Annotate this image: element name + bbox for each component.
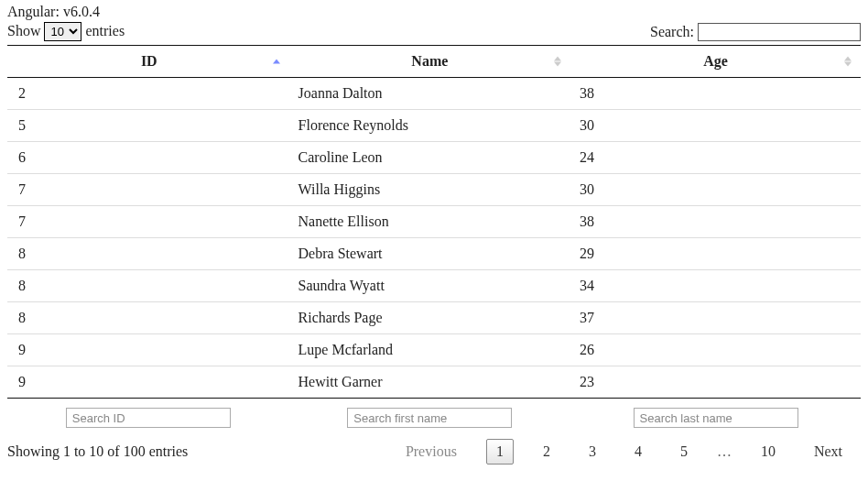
cell-name: Willa Higgins <box>289 174 571 206</box>
cell-name: Debra Stewart <box>289 238 571 270</box>
search-input[interactable] <box>698 23 861 41</box>
cell-age: 37 <box>570 302 861 334</box>
cell-id: 2 <box>7 78 289 110</box>
page-3[interactable]: 3 <box>580 440 605 464</box>
cell-id: 8 <box>7 270 289 302</box>
paginator: Previous 1 2 3 4 5 … 10 Next <box>396 439 861 465</box>
table-row: 2Joanna Dalton38 <box>7 78 861 110</box>
cell-id: 8 <box>7 238 289 270</box>
cell-id: 9 <box>7 366 289 399</box>
table-info: Showing 1 to 10 of 100 entries <box>7 443 188 460</box>
filter-age-input[interactable] <box>634 408 798 428</box>
page-ellipsis: … <box>717 443 732 460</box>
cell-age: 29 <box>570 238 861 270</box>
cell-name: Florence Reynolds <box>289 110 571 142</box>
global-search: Search: <box>650 23 861 41</box>
table-controls-row: Show 10 entries Search: <box>7 22 861 41</box>
page-4[interactable]: 4 <box>625 440 651 464</box>
cell-age: 38 <box>570 78 861 110</box>
cell-age: 34 <box>570 270 861 302</box>
cell-age: 30 <box>570 174 861 206</box>
filter-id-input[interactable] <box>66 408 231 428</box>
cell-name: Lupe Mcfarland <box>289 334 571 366</box>
column-header-age-label: Age <box>703 53 728 69</box>
page-1[interactable]: 1 <box>486 439 514 465</box>
column-header-age[interactable]: Age <box>570 46 861 78</box>
cell-name: Richards Page <box>289 302 571 334</box>
table-row: 7Willa Higgins30 <box>7 174 861 206</box>
cell-name: Joanna Dalton <box>289 78 571 110</box>
length-prefix: Show <box>7 23 40 38</box>
cell-id: 8 <box>7 302 289 334</box>
table-row: 7Nanette Ellison38 <box>7 206 861 238</box>
cell-age: 23 <box>570 366 861 399</box>
cell-name: Saundra Wyatt <box>289 270 571 302</box>
cell-id: 6 <box>7 142 289 174</box>
table-row: 8Debra Stewart29 <box>7 238 861 270</box>
column-header-name-label: Name <box>411 53 448 69</box>
length-suffix: entries <box>85 23 125 38</box>
data-table: ID Name Age 2Joanna Dalton385Florence Re… <box>7 45 861 433</box>
page-5[interactable]: 5 <box>671 440 697 464</box>
cell-age: 38 <box>570 206 861 238</box>
sort-asc-icon <box>273 60 280 64</box>
cell-age: 30 <box>570 110 861 142</box>
cell-id: 7 <box>7 206 289 238</box>
table-row: 8Richards Page37 <box>7 302 861 334</box>
table-row: 9Hewitt Garner23 <box>7 366 861 399</box>
table-row: 5Florence Reynolds30 <box>7 110 861 142</box>
page-previous[interactable]: Previous <box>396 440 466 464</box>
page-2[interactable]: 2 <box>534 440 559 464</box>
table-row: 8Saundra Wyatt34 <box>7 270 861 302</box>
filter-name-input[interactable] <box>347 408 512 428</box>
sort-both-icon <box>844 57 852 67</box>
cell-name: Nanette Ellison <box>289 206 571 238</box>
column-header-id-label: ID <box>141 53 157 69</box>
page-next[interactable]: Next <box>805 440 852 464</box>
cell-id: 7 <box>7 174 289 206</box>
table-footer-row: Showing 1 to 10 of 100 entries Previous … <box>7 439 861 465</box>
cell-age: 26 <box>570 334 861 366</box>
cell-name: Caroline Leon <box>289 142 571 174</box>
cell-name: Hewitt Garner <box>289 366 571 399</box>
cell-age: 24 <box>570 142 861 174</box>
length-select[interactable]: 10 <box>44 22 81 41</box>
sort-both-icon <box>554 57 561 67</box>
table-row: 9Lupe Mcfarland26 <box>7 334 861 366</box>
version-label: Angular: v6.0.4 <box>7 4 861 20</box>
cell-id: 5 <box>7 110 289 142</box>
cell-id: 9 <box>7 334 289 366</box>
column-header-id[interactable]: ID <box>7 46 289 78</box>
column-header-name[interactable]: Name <box>289 46 571 78</box>
length-menu: Show 10 entries <box>7 22 125 41</box>
table-row: 6Caroline Leon24 <box>7 142 861 174</box>
search-label: Search: <box>650 23 694 38</box>
page-last[interactable]: 10 <box>752 440 785 464</box>
